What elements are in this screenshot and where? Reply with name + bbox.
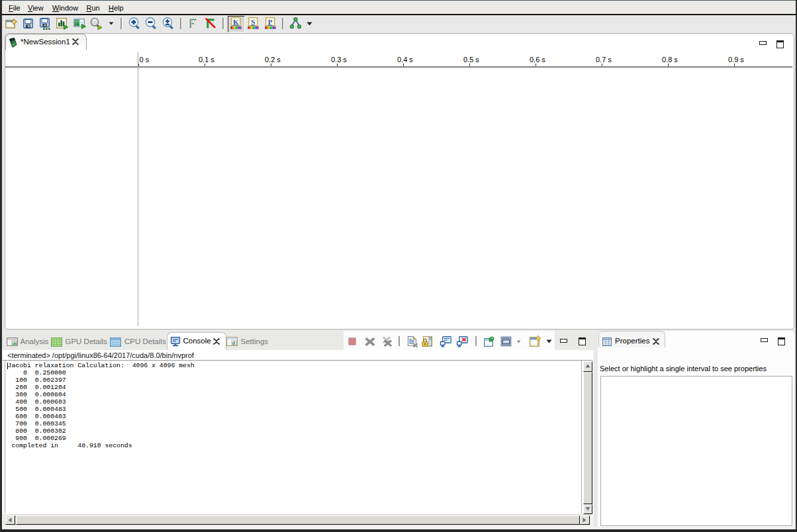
svg-text:S: S: [251, 18, 255, 26]
svg-text:P: P: [267, 18, 272, 26]
svg-text:K: K: [233, 18, 239, 26]
